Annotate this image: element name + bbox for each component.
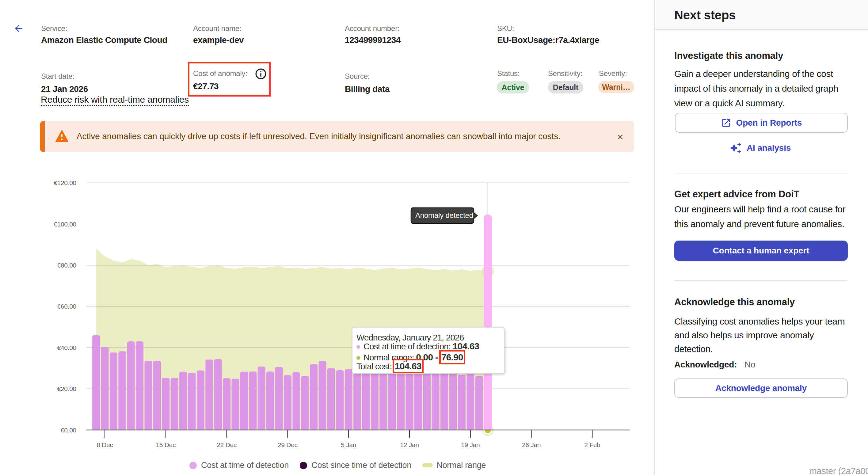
svg-text:29 Dec: 29 Dec [278,441,298,448]
svg-text:15 Dec: 15 Dec [156,441,176,448]
svg-text:26 Jan: 26 Jan [522,441,541,448]
svg-text:€0.00: €0.00 [61,426,76,434]
svg-text:Anomaly detected: Anomaly detected [415,211,473,219]
svg-text:12 Jan: 12 Jan [400,441,419,448]
svg-text:€100.00: €100.00 [54,221,76,228]
svg-text:€80.00: €80.00 [57,262,76,269]
svg-text:8 Dec: 8 Dec [97,441,113,448]
svg-text:19 Jan: 19 Jan [461,441,480,448]
svg-text:€60.00: €60.00 [57,303,76,310]
svg-text:€120.00: €120.00 [54,179,76,186]
svg-text:2 Feb: 2 Feb [584,441,600,448]
svg-text:€20.00: €20.00 [57,385,76,392]
svg-text:22 Dec: 22 Dec [217,441,237,448]
svg-text:€40.00: €40.00 [57,344,76,351]
svg-text:5 Jan: 5 Jan [341,441,356,448]
